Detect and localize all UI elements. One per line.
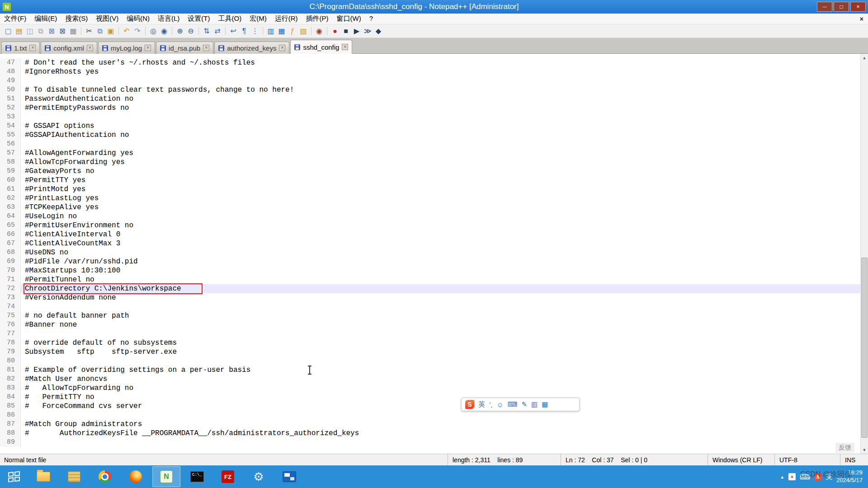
line-text[interactable] <box>21 357 860 366</box>
line-text[interactable]: #PermitTunnel no <box>21 275 860 284</box>
taskbar-file-explorer[interactable] <box>29 466 57 487</box>
taskbar-remote-desktop[interactable] <box>275 466 303 487</box>
menu-item[interactable]: 窗口(W) <box>332 14 365 24</box>
toolbar-paste-icon[interactable]: ▣ <box>105 26 116 37</box>
menu-item[interactable]: 文件(F) <box>0 14 30 24</box>
line-text[interactable]: # ForceCommand cvs server <box>21 402 860 411</box>
tab-id_rsa.pub[interactable]: id_rsa.pub× <box>156 42 213 54</box>
toolbar-undo-icon[interactable]: ↶ <box>121 26 132 37</box>
toolbar-new-file-icon[interactable]: ▢ <box>3 26 14 37</box>
scrollbar-thumb[interactable] <box>861 258 868 437</box>
toolbar-word-wrap-icon[interactable]: ↩ <box>228 26 239 37</box>
line-text[interactable]: # no default banner path <box>21 311 860 320</box>
scroll-up-icon[interactable]: ▲ <box>861 54 868 61</box>
line-text[interactable]: # Don't read the user's ~/.rhosts and ~/… <box>21 58 860 67</box>
toolbar-show-indent-guide-icon[interactable]: ⋮ <box>250 26 260 37</box>
toolbar-replace-icon[interactable]: ◉ <box>159 26 170 37</box>
line-text[interactable]: #AllowTcpForwarding yes <box>21 158 860 167</box>
menu-item[interactable]: 编辑(E) <box>30 14 61 24</box>
line-text[interactable] <box>21 302 860 311</box>
volume-muted-icon[interactable]: × <box>788 473 796 480</box>
menu-item[interactable]: 编码(N) <box>123 14 154 24</box>
menu-item[interactable]: 宏(M) <box>245 14 271 24</box>
toolbar-cut-icon[interactable]: ✂ <box>84 26 94 37</box>
line-text[interactable] <box>21 76 860 85</box>
toolbar-save-all-icon[interactable]: ⧉ <box>35 26 46 37</box>
line-text[interactable]: #GatewayPorts no <box>21 167 860 176</box>
line-text[interactable] <box>21 140 860 149</box>
line-text[interactable]: #PidFile /var/run/sshd.pid <box>21 257 860 266</box>
line-text[interactable] <box>21 411 860 420</box>
ime-emoji-icon[interactable]: ☺ <box>497 401 504 408</box>
editor[interactable]: 47# Don't read the user's ~/.rhosts and … <box>0 54 860 454</box>
toolbar-save-macro-icon[interactable]: ◆ <box>373 26 384 37</box>
line-text[interactable]: # GSSAPI options <box>21 122 860 131</box>
taskbar-chrome[interactable] <box>91 466 119 487</box>
start-button[interactable] <box>0 465 28 488</box>
toolbar-stop-recording-icon[interactable]: ■ <box>340 26 351 37</box>
tab-authorized_keys[interactable]: authorized_keys× <box>214 42 289 54</box>
toolbar-show-all-characters-icon[interactable]: ¶ <box>239 26 250 37</box>
tab-close-icon[interactable]: × <box>342 44 348 50</box>
line-text[interactable]: #PermitEmptyPasswords no <box>21 103 860 113</box>
line-text[interactable] <box>21 113 860 122</box>
tab-close-icon[interactable]: × <box>203 45 209 51</box>
line-text[interactable]: #UseLogin no <box>21 212 860 221</box>
taskbar-notepad-plus-plus[interactable]: N <box>152 466 180 487</box>
line-text[interactable]: # AllowTcpForwarding no <box>21 384 860 393</box>
line-text[interactable]: # override default of no subsystems <box>21 338 860 347</box>
toolbar-monitoring-icon[interactable]: ◉ <box>314 26 325 37</box>
toolbar-close-file-icon[interactable]: ⊠ <box>46 26 57 37</box>
status-eol-format[interactable]: Windows (CR LF) <box>708 454 774 465</box>
menu-item[interactable]: 搜索(S) <box>61 14 92 24</box>
tab-myLog.log[interactable]: myLog.log× <box>98 42 155 54</box>
ime-skin-icon[interactable]: ▥ <box>531 400 538 408</box>
line-text[interactable]: #Match Group administrators <box>21 420 860 429</box>
line-text[interactable]: #ClientAliveCountMax 3 <box>21 239 860 248</box>
line-text[interactable] <box>21 438 860 447</box>
toolbar-save-file-icon[interactable]: ◫ <box>24 26 35 37</box>
close-button[interactable]: × <box>850 2 866 12</box>
tab-1.txt[interactable]: 1.txt× <box>1 42 40 54</box>
line-text[interactable] <box>21 329 860 338</box>
menu-item[interactable]: 视图(V) <box>92 14 123 24</box>
menu-item[interactable]: 插件(P) <box>302 14 332 24</box>
toolbar-zoom-in-icon[interactable]: ⊕ <box>175 26 185 37</box>
line-text[interactable]: #IgnoreRhosts yes <box>21 67 860 76</box>
line-text[interactable]: #Banner none <box>21 320 860 329</box>
taskbar-firefox[interactable] <box>122 466 150 487</box>
line-text[interactable]: #MaxStartups 10:30:100 <box>21 266 860 275</box>
toolbar-close-all-files-icon[interactable]: ⊠ <box>57 26 68 37</box>
toolbar-redo-icon[interactable]: ↷ <box>132 26 143 37</box>
line-text[interactable]: #UseDNS no <box>21 248 860 257</box>
toolbar-find-icon[interactable]: ◎ <box>148 26 159 37</box>
vertical-scrollbar[interactable]: ▲ ▼ <box>860 54 868 454</box>
toolbar-sync-horizontal-scroll-icon[interactable]: ⇄ <box>212 26 223 37</box>
menu-item[interactable]: ? <box>365 14 377 24</box>
toolbar-open-file-icon[interactable]: ▤ <box>14 26 24 37</box>
line-text[interactable]: # PermitTTY no <box>21 393 860 402</box>
line-text[interactable]: #GSSAPIAuthentication no <box>21 131 860 140</box>
toolbar-user-defined-language-icon[interactable]: ▥ <box>265 26 276 37</box>
tab-close-icon[interactable]: × <box>87 45 93 51</box>
ime-toolbox-icon[interactable]: ▦ <box>542 400 548 408</box>
line-text[interactable]: #VersionAddendum none <box>21 293 860 302</box>
line-text[interactable]: #PermitUserEnvironment no <box>21 221 860 230</box>
menu-item[interactable]: 设置(T) <box>184 14 214 24</box>
tab-close-icon[interactable]: × <box>279 45 285 51</box>
line-text[interactable]: # To disable tunneled clear text passwor… <box>21 85 860 94</box>
close-document-icon[interactable]: × <box>855 15 868 23</box>
line-text[interactable]: # Example of overriding settings on a pe… <box>21 366 860 375</box>
toolbar-playback-macro-icon[interactable]: ▶ <box>351 26 362 37</box>
ime-keyboard-icon[interactable]: ⌨ <box>508 400 518 408</box>
taskbar-file-cabinet[interactable] <box>60 466 88 487</box>
toolbar-function-list-icon[interactable]: ƒ <box>287 26 298 37</box>
line-text[interactable]: #PrintMotd yes <box>21 185 860 194</box>
line-text[interactable]: ChrootDirectory C:\Jenkins\workspace <box>21 284 860 293</box>
toolbar-sync-vertical-scroll-icon[interactable]: ⇅ <box>201 26 212 37</box>
line-text[interactable]: Subsystem sftp sftp-server.exe <box>21 347 860 357</box>
toolbar-start-recording-icon[interactable]: ● <box>330 26 340 37</box>
taskbar-command-prompt[interactable]: C:\_ <box>183 466 211 487</box>
status-insert-mode[interactable]: INS <box>840 454 868 465</box>
toolbar-document-map-icon[interactable]: ▦ <box>276 26 287 37</box>
